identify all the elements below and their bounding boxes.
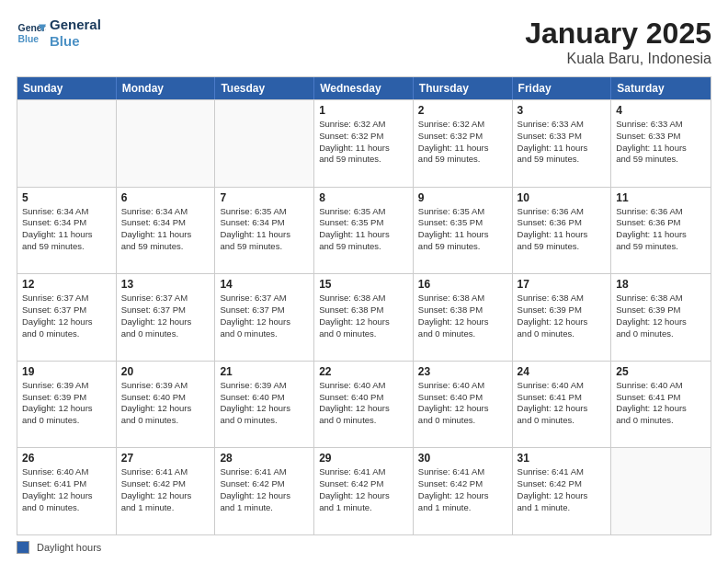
day-number: 3 (518, 104, 607, 117)
calendar-day-cell: 9Sunrise: 6:35 AM Sunset: 6:35 PM Daylig… (414, 188, 513, 274)
day-number: 11 (616, 191, 706, 204)
day-number: 23 (418, 365, 507, 378)
day-number: 21 (220, 365, 309, 378)
page: General Blue General Blue January 2025 K… (0, 0, 728, 563)
title-block: January 2025 Kuala Baru, Indonesia (525, 17, 711, 67)
day-number: 22 (319, 365, 408, 378)
day-number: 20 (121, 365, 210, 378)
calendar-week-row: 26Sunrise: 6:40 AM Sunset: 6:41 PM Dayli… (17, 447, 711, 534)
day-info: Sunrise: 6:39 AM Sunset: 6:39 PM Dayligh… (22, 380, 111, 427)
day-number: 8 (319, 191, 408, 204)
day-info: Sunrise: 6:33 AM Sunset: 6:33 PM Dayligh… (616, 119, 706, 166)
calendar-day-cell: 18Sunrise: 6:38 AM Sunset: 6:39 PM Dayli… (611, 274, 711, 361)
calendar-week-row: 5Sunrise: 6:34 AM Sunset: 6:34 PM Daylig… (17, 187, 711, 274)
day-number: 1 (319, 104, 408, 117)
calendar-week-row: 12Sunrise: 6:37 AM Sunset: 6:37 PM Dayli… (17, 273, 711, 361)
calendar-body: 1Sunrise: 6:32 AM Sunset: 6:32 PM Daylig… (17, 99, 711, 534)
footer: Daylight hours (17, 541, 711, 554)
day-info: Sunrise: 6:36 AM Sunset: 6:36 PM Dayligh… (518, 206, 607, 253)
day-info: Sunrise: 6:41 AM Sunset: 6:42 PM Dayligh… (319, 466, 408, 513)
logo-icon: General Blue (17, 18, 46, 48)
calendar-day-cell: 7Sunrise: 6:35 AM Sunset: 6:34 PM Daylig… (215, 188, 314, 274)
logo-text-blue: Blue (50, 33, 101, 50)
day-number: 24 (518, 365, 607, 378)
day-of-week-header: Tuesday (215, 77, 314, 99)
calendar-day-cell (215, 100, 314, 187)
day-number: 13 (121, 278, 210, 291)
day-info: Sunrise: 6:38 AM Sunset: 6:38 PM Dayligh… (319, 293, 408, 339)
day-info: Sunrise: 6:41 AM Sunset: 6:42 PM Dayligh… (220, 466, 309, 513)
calendar-day-cell: 5Sunrise: 6:34 AM Sunset: 6:34 PM Daylig… (17, 188, 117, 274)
legend-label: Daylight hours (37, 542, 101, 553)
day-info: Sunrise: 6:41 AM Sunset: 6:42 PM Dayligh… (121, 466, 210, 513)
calendar-day-cell: 26Sunrise: 6:40 AM Sunset: 6:41 PM Dayli… (17, 448, 117, 534)
day-info: Sunrise: 6:40 AM Sunset: 6:40 PM Dayligh… (418, 380, 507, 427)
day-number: 7 (220, 191, 309, 204)
calendar-day-cell: 21Sunrise: 6:39 AM Sunset: 6:40 PM Dayli… (215, 362, 314, 448)
calendar-day-cell: 10Sunrise: 6:36 AM Sunset: 6:36 PM Dayli… (513, 188, 612, 274)
day-info: Sunrise: 6:35 AM Sunset: 6:35 PM Dayligh… (418, 206, 507, 253)
calendar-week-row: 1Sunrise: 6:32 AM Sunset: 6:32 PM Daylig… (17, 99, 711, 187)
calendar-day-cell: 25Sunrise: 6:40 AM Sunset: 6:41 PM Dayli… (611, 362, 711, 448)
day-number: 31 (518, 452, 607, 465)
calendar-day-cell: 20Sunrise: 6:39 AM Sunset: 6:40 PM Dayli… (117, 362, 216, 448)
day-of-week-header: Wednesday (314, 77, 414, 99)
calendar-day-cell: 1Sunrise: 6:32 AM Sunset: 6:32 PM Daylig… (314, 100, 414, 187)
calendar-day-cell: 17Sunrise: 6:38 AM Sunset: 6:39 PM Dayli… (513, 274, 612, 361)
calendar-day-cell: 15Sunrise: 6:38 AM Sunset: 6:38 PM Dayli… (314, 274, 414, 361)
day-number: 28 (220, 452, 309, 465)
calendar-day-cell: 24Sunrise: 6:40 AM Sunset: 6:41 PM Dayli… (513, 362, 612, 448)
day-info: Sunrise: 6:38 AM Sunset: 6:38 PM Dayligh… (418, 293, 507, 339)
day-info: Sunrise: 6:32 AM Sunset: 6:32 PM Dayligh… (319, 119, 408, 166)
calendar-day-cell: 27Sunrise: 6:41 AM Sunset: 6:42 PM Dayli… (117, 448, 216, 534)
day-number: 18 (616, 278, 706, 291)
day-info: Sunrise: 6:41 AM Sunset: 6:42 PM Dayligh… (518, 466, 607, 513)
day-info: Sunrise: 6:32 AM Sunset: 6:32 PM Dayligh… (418, 119, 507, 166)
day-number: 29 (319, 452, 408, 465)
calendar-header: SundayMondayTuesdayWednesdayThursdayFrid… (17, 77, 711, 99)
logo: General Blue General Blue (17, 17, 101, 50)
header: General Blue General Blue January 2025 K… (17, 17, 711, 67)
calendar-day-cell: 16Sunrise: 6:38 AM Sunset: 6:38 PM Dayli… (414, 274, 513, 361)
calendar-day-cell: 13Sunrise: 6:37 AM Sunset: 6:37 PM Dayli… (117, 274, 216, 361)
day-number: 16 (418, 278, 507, 291)
calendar-week-row: 19Sunrise: 6:39 AM Sunset: 6:39 PM Dayli… (17, 361, 711, 448)
day-number: 30 (418, 452, 507, 465)
day-of-week-header: Monday (117, 77, 216, 99)
day-info: Sunrise: 6:35 AM Sunset: 6:35 PM Dayligh… (319, 206, 408, 253)
day-number: 25 (616, 365, 706, 378)
calendar-day-cell (611, 448, 711, 534)
calendar: SundayMondayTuesdayWednesdayThursdayFrid… (17, 76, 711, 535)
day-number: 17 (518, 278, 607, 291)
day-info: Sunrise: 6:35 AM Sunset: 6:34 PM Dayligh… (220, 206, 309, 253)
day-info: Sunrise: 6:38 AM Sunset: 6:39 PM Dayligh… (518, 293, 607, 339)
day-info: Sunrise: 6:40 AM Sunset: 6:41 PM Dayligh… (518, 380, 607, 427)
calendar-day-cell: 31Sunrise: 6:41 AM Sunset: 6:42 PM Dayli… (513, 448, 612, 534)
day-number: 6 (121, 191, 210, 204)
day-info: Sunrise: 6:36 AM Sunset: 6:36 PM Dayligh… (616, 206, 706, 253)
day-info: Sunrise: 6:38 AM Sunset: 6:39 PM Dayligh… (616, 293, 706, 339)
day-number: 15 (319, 278, 408, 291)
page-subtitle: Kuala Baru, Indonesia (525, 51, 711, 67)
day-number: 26 (22, 452, 111, 465)
calendar-day-cell: 12Sunrise: 6:37 AM Sunset: 6:37 PM Dayli… (17, 274, 117, 361)
day-of-week-header: Friday (513, 77, 612, 99)
day-info: Sunrise: 6:34 AM Sunset: 6:34 PM Dayligh… (121, 206, 210, 253)
calendar-day-cell: 11Sunrise: 6:36 AM Sunset: 6:36 PM Dayli… (611, 188, 711, 274)
day-info: Sunrise: 6:37 AM Sunset: 6:37 PM Dayligh… (121, 293, 210, 339)
day-info: Sunrise: 6:39 AM Sunset: 6:40 PM Dayligh… (220, 380, 309, 427)
calendar-day-cell: 30Sunrise: 6:41 AM Sunset: 6:42 PM Dayli… (414, 448, 513, 534)
day-info: Sunrise: 6:40 AM Sunset: 6:41 PM Dayligh… (616, 380, 706, 427)
day-number: 10 (518, 191, 607, 204)
day-number: 4 (616, 104, 706, 117)
calendar-day-cell: 2Sunrise: 6:32 AM Sunset: 6:32 PM Daylig… (414, 100, 513, 187)
day-info: Sunrise: 6:37 AM Sunset: 6:37 PM Dayligh… (22, 293, 111, 339)
logo-text-general: General (50, 17, 101, 33)
legend-box (17, 541, 29, 554)
day-info: Sunrise: 6:33 AM Sunset: 6:33 PM Dayligh… (518, 119, 607, 166)
calendar-day-cell: 19Sunrise: 6:39 AM Sunset: 6:39 PM Dayli… (17, 362, 117, 448)
day-info: Sunrise: 6:41 AM Sunset: 6:42 PM Dayligh… (418, 466, 507, 513)
calendar-day-cell: 28Sunrise: 6:41 AM Sunset: 6:42 PM Dayli… (215, 448, 314, 534)
day-of-week-header: Sunday (17, 77, 117, 99)
day-number: 9 (418, 191, 507, 204)
